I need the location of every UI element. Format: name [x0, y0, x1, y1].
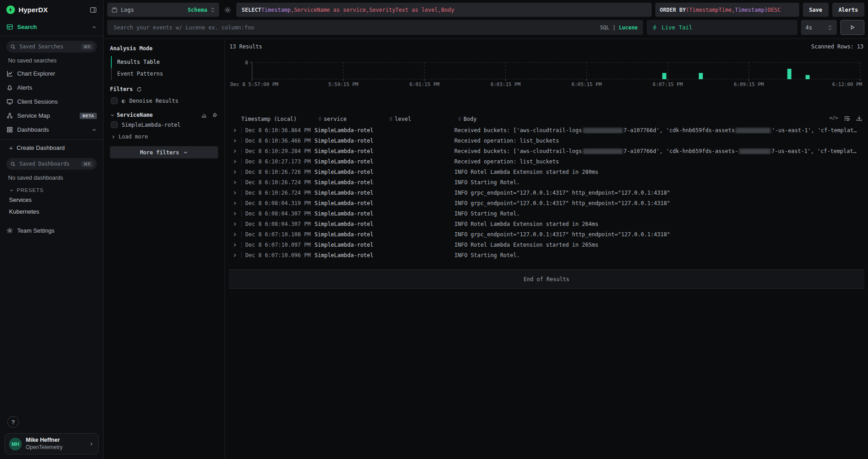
row-expand-icon[interactable]: [229, 243, 241, 247]
team-settings-label: Team Settings: [17, 227, 97, 234]
facet-value-row: SimpleLambda-rotel: [110, 118, 218, 131]
column-header-timestamp[interactable]: Timestamp (Local): [241, 116, 318, 122]
row-expand-icon[interactable]: [229, 180, 241, 185]
analysis-mode-results-table[interactable]: Results Table: [111, 56, 218, 68]
source-settings-button[interactable]: [223, 6, 233, 14]
saved-searches-searchbox[interactable]: ⌘K: [6, 41, 97, 53]
column-header-body[interactable]: ⠿Body: [458, 116, 864, 122]
sidebar-item-label: Client Sessions: [17, 98, 97, 105]
table-row[interactable]: Dec 8 6:10:29.284 PMSimpleLambda-rotelRe…: [229, 146, 864, 156]
table-row[interactable]: Dec 8 6:08:04.319 PMSimpleLambda-rotelIN…: [229, 198, 864, 208]
topbar: Logs Schema SELECT Timestamp, ServiceNam…: [104, 0, 868, 38]
sidebar-item-dashboards[interactable]: Dashboards: [0, 123, 103, 137]
table-row[interactable]: Dec 8 6:10:26.724 PMSimpleLambda-rotelIN…: [229, 177, 864, 187]
row-expand-icon[interactable]: [229, 222, 241, 226]
help-button[interactable]: ?: [7, 416, 19, 428]
row-expand-icon[interactable]: [229, 149, 241, 153]
row-expand-icon[interactable]: [229, 191, 241, 195]
user-menu[interactable]: MH Mike Heffner OpenTelemetry: [5, 433, 99, 454]
pin-icon[interactable]: [212, 112, 218, 118]
sidebar-item-alerts[interactable]: Alerts: [0, 81, 103, 95]
row-expand-icon[interactable]: [229, 139, 241, 143]
row-expand-icon[interactable]: [229, 201, 241, 206]
shortcut-badge: ⌘K: [81, 44, 93, 50]
refresh-interval-select[interactable]: 4s: [801, 20, 837, 35]
table-row[interactable]: Dec 8 6:07:10.097 PMSimpleLambda-rotelIN…: [229, 239, 864, 250]
drag-handle-icon[interactable]: ⠿: [389, 117, 392, 122]
user-meta: Mike Heffner OpenTelemetry: [26, 437, 85, 451]
source-label: Logs: [121, 7, 185, 13]
table-row[interactable]: Dec 8 6:10:26.726 PMSimpleLambda-rotelIN…: [229, 167, 864, 177]
view-source-icon[interactable]: </>: [829, 115, 838, 122]
cell-body: INFO grpc_endpoint="127.0.0.1:4317" http…: [454, 200, 864, 206]
facet-value-checkbox[interactable]: [111, 121, 118, 128]
table-row[interactable]: Dec 8 6:10:26.724 PMSimpleLambda-rotelIN…: [229, 187, 864, 198]
sidebar-collapse-icon[interactable]: [90, 6, 97, 14]
refresh-icon[interactable]: [136, 86, 142, 92]
drag-handle-icon[interactable]: ⠿: [458, 117, 461, 122]
column-header-level[interactable]: ⠿level: [389, 116, 458, 122]
chevron-up-icon: [91, 127, 97, 133]
sql-editor[interactable]: SELECT Timestamp, ServiceName as service…: [236, 3, 652, 17]
events-histogram[interactable]: 8Dec 8 5:57:00 PM5:59:15 PM6:01:15 PM6:0…: [229, 54, 863, 92]
saved-searches-input[interactable]: [19, 43, 78, 50]
denoise-checkbox[interactable]: [111, 97, 118, 104]
bar-chart-icon[interactable]: [201, 112, 207, 118]
cell-service: SimpleLambda-rotel: [315, 169, 386, 175]
orderby-editor[interactable]: ORDER BY (TimestampTime, Timestamp) DESC: [655, 3, 799, 17]
more-filters-button[interactable]: More filters: [110, 146, 218, 158]
table-row[interactable]: Dec 8 6:08:04.307 PMSimpleLambda-rotelIN…: [229, 208, 864, 219]
saved-dashboards-searchbox[interactable]: ⌘K: [6, 158, 97, 170]
table-row[interactable]: Dec 8 6:10:36.466 PMSimpleLambda-rotelRe…: [229, 135, 864, 146]
sidebar-item-client-sessions[interactable]: Client Sessions: [0, 95, 103, 109]
alerts-button[interactable]: Alerts: [832, 3, 864, 17]
create-dashboard-button[interactable]: + Create Dashboard: [0, 140, 103, 153]
run-query-button[interactable]: [840, 20, 864, 35]
drag-handle-icon[interactable]: ⠿: [318, 117, 321, 122]
save-button[interactable]: Save: [803, 3, 829, 17]
saved-dashboards-input[interactable]: [19, 160, 78, 167]
table-row[interactable]: Dec 8 6:07:10.108 PMSimpleLambda-rotelIN…: [229, 229, 864, 239]
row-expand-icon[interactable]: [229, 253, 241, 258]
live-tail-button[interactable]: Live Tail: [647, 20, 797, 35]
denoise-label: Denoise Results: [129, 98, 178, 104]
app-title: HyperDX: [19, 6, 90, 14]
sidebar-item-label: Service Map: [17, 112, 76, 119]
sidebar-divider: [0, 36, 103, 36]
download-icon[interactable]: [856, 115, 863, 122]
load-more-button[interactable]: Load more: [110, 131, 218, 141]
table-row[interactable]: Dec 8 6:08:04.307 PMSimpleLambda-rotelIN…: [229, 219, 864, 229]
facet-servicename[interactable]: ServiceName: [110, 112, 218, 118]
lightning-icon: [652, 24, 658, 30]
results-panel: 13 Results Scanned Rows: 13 8Dec 8 5:57:…: [225, 39, 868, 459]
column-header-service[interactable]: ⠿service: [318, 116, 389, 122]
table-row[interactable]: Dec 8 6:10:27.173 PMSimpleLambda-rotelRe…: [229, 156, 864, 167]
sidebar-item-search[interactable]: Search: [0, 19, 103, 36]
wrap-lines-icon[interactable]: [844, 115, 850, 122]
event-search-input[interactable]: [113, 24, 596, 31]
row-expand-icon[interactable]: [229, 232, 241, 237]
refresh-interval-value: 4s: [806, 24, 812, 31]
results-rows: Dec 8 6:10:36.864 PMSimpleLambda-rotelRe…: [229, 125, 864, 260]
source-selector[interactable]: Logs Schema: [107, 3, 219, 17]
cell-service: SimpleLambda-rotel: [315, 148, 386, 154]
beta-badge: BETA: [80, 113, 97, 119]
preset-item-services[interactable]: Services: [0, 194, 103, 206]
language-toggle[interactable]: SQL | Lucene: [600, 24, 638, 31]
sidebar-item-label: Chart Explorer: [17, 70, 97, 77]
table-row[interactable]: Dec 8 6:07:10.096 PMSimpleLambda-rotelIN…: [229, 250, 864, 260]
load-more-label: Load more: [119, 134, 148, 140]
sidebar-item-team-settings[interactable]: Team Settings: [0, 224, 103, 238]
chevron-down-icon: [183, 150, 188, 155]
row-expand-icon[interactable]: [229, 211, 241, 216]
preset-item-kubernetes[interactable]: Kubernetes: [0, 206, 103, 217]
row-expand-icon[interactable]: [229, 128, 241, 133]
presets-toggle[interactable]: PRESETS: [0, 184, 103, 194]
row-expand-icon[interactable]: [229, 170, 241, 174]
row-expand-icon[interactable]: [229, 159, 241, 164]
analysis-mode-event-patterns[interactable]: Event Patterns: [111, 68, 218, 80]
sidebar-item-chart-explorer[interactable]: Chart Explorer: [0, 67, 103, 81]
cell-service: SimpleLambda-rotel: [315, 242, 386, 248]
sidebar-item-service-map[interactable]: Service MapBETA: [0, 109, 103, 123]
table-row[interactable]: Dec 8 6:10:36.864 PMSimpleLambda-rotelRe…: [229, 125, 864, 135]
